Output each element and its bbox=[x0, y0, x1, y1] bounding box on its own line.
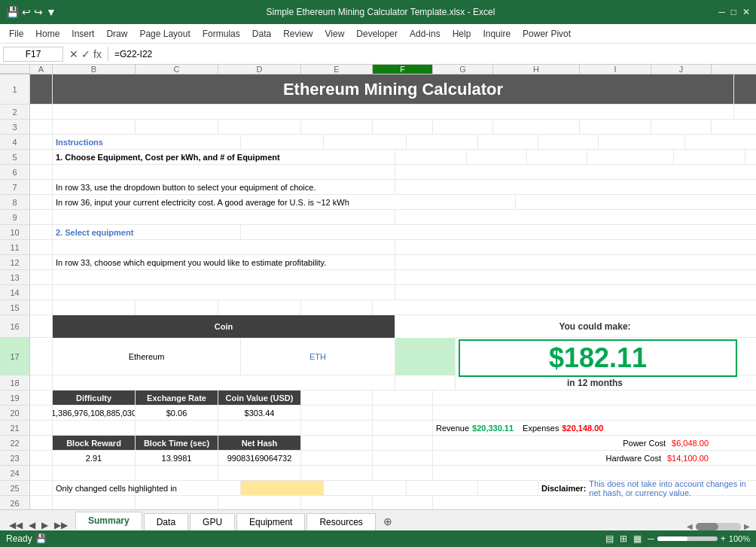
cell-coin-symbol[interactable]: ETH bbox=[241, 338, 395, 375]
cell-blockreward-header[interactable]: Block Reward bbox=[53, 436, 136, 450]
cell-f19[interactable] bbox=[373, 390, 433, 405]
col-header-b[interactable]: B bbox=[53, 65, 136, 74]
cell-b11-span[interactable] bbox=[53, 240, 395, 254]
menu-review[interactable]: Review bbox=[277, 27, 319, 41]
menu-data[interactable]: Data bbox=[246, 27, 277, 41]
cell-a16[interactable] bbox=[30, 315, 53, 337]
cell-exchange-header[interactable]: Exchange Rate bbox=[136, 390, 218, 405]
cell-coin-name[interactable]: Ethereum bbox=[53, 338, 241, 375]
minimize-btn[interactable]: ─ bbox=[718, 7, 725, 17]
cell-e25[interactable] bbox=[407, 481, 478, 495]
cell-e3[interactable] bbox=[301, 120, 373, 134]
cell-nethash-value[interactable]: 99083169064732 bbox=[218, 451, 301, 465]
cell-b5-step1[interactable]: 1. Choose Equipment, Cost per kWh, and #… bbox=[53, 150, 395, 164]
menu-help[interactable]: Help bbox=[447, 27, 477, 41]
cell-d4[interactable] bbox=[324, 135, 407, 149]
cell-e5[interactable] bbox=[395, 150, 467, 164]
cell-b1-span[interactable]: Ethereum Mining Calculator bbox=[53, 74, 734, 104]
cell-b21[interactable] bbox=[53, 421, 136, 435]
cell-d21[interactable] bbox=[218, 421, 301, 435]
cell-f26[interactable] bbox=[373, 496, 433, 509]
cell-f16[interactable] bbox=[395, 315, 456, 338]
tab-resources[interactable]: Resources bbox=[306, 513, 375, 530]
cell-a2[interactable] bbox=[30, 105, 53, 119]
cell-c26[interactable] bbox=[136, 496, 218, 509]
cell-j3[interactable] bbox=[651, 120, 712, 134]
cell-d15[interactable] bbox=[218, 300, 301, 315]
cell-a6[interactable] bbox=[30, 165, 53, 179]
cell-b12-step2a[interactable]: In row 33, choose which equipment you wo… bbox=[53, 255, 395, 269]
cell-d26[interactable] bbox=[218, 496, 301, 509]
tab-gpu[interactable]: GPU bbox=[190, 513, 235, 530]
menu-formulas[interactable]: Formulas bbox=[197, 27, 246, 41]
cell-nethash-header[interactable]: Net Hash bbox=[218, 436, 301, 450]
col-header-a[interactable]: A bbox=[30, 65, 53, 74]
cell-coin-header[interactable]: Coin bbox=[53, 315, 395, 338]
cell-c15[interactable] bbox=[136, 300, 218, 315]
cell-coinvalue-header[interactable]: Coin Value (USD) bbox=[218, 390, 301, 405]
cell-f24[interactable] bbox=[373, 466, 433, 480]
cell-a10[interactable] bbox=[30, 225, 53, 239]
cell-h5[interactable] bbox=[587, 150, 674, 164]
cell-e20[interactable] bbox=[301, 406, 373, 420]
col-header-d[interactable]: D bbox=[218, 65, 301, 74]
cell-b3[interactable] bbox=[53, 120, 136, 134]
tab-data[interactable]: Data bbox=[144, 513, 188, 530]
cell-f4[interactable] bbox=[478, 135, 538, 149]
maximize-btn[interactable]: □ bbox=[731, 7, 736, 17]
menu-developer[interactable]: Developer bbox=[350, 27, 404, 41]
cell-blockreward-value[interactable]: 2.91 bbox=[53, 451, 136, 465]
formula-input[interactable] bbox=[111, 49, 753, 59]
redo-icon[interactable]: ↪ bbox=[34, 6, 43, 18]
add-sheet-button[interactable]: ⊕ bbox=[377, 512, 398, 530]
cell-a19[interactable] bbox=[30, 390, 53, 405]
cell-a20[interactable] bbox=[30, 406, 53, 420]
cell-c24[interactable] bbox=[136, 466, 218, 480]
cell-a15[interactable] bbox=[30, 300, 53, 315]
cell-c4[interactable] bbox=[241, 135, 324, 149]
cell-j5[interactable] bbox=[745, 150, 756, 164]
cell-c25[interactable] bbox=[241, 481, 324, 495]
cell-a22[interactable] bbox=[30, 436, 53, 450]
cell-b9-span[interactable] bbox=[53, 210, 395, 224]
cell-a14[interactable] bbox=[30, 285, 53, 299]
cell-a24[interactable] bbox=[30, 466, 53, 480]
cell-b15[interactable] bbox=[53, 300, 136, 315]
title-bar-icons[interactable]: 💾 ↩ ↪ ▼ bbox=[6, 6, 56, 18]
zoom-slider[interactable] bbox=[657, 536, 718, 541]
cell-b2-span[interactable] bbox=[53, 105, 734, 119]
cell-difficulty-value[interactable]: 1,386,976,108,885,030 bbox=[53, 406, 136, 420]
cell-e24[interactable] bbox=[301, 466, 373, 480]
cell-e19[interactable] bbox=[301, 390, 373, 405]
cell-a21[interactable] bbox=[30, 421, 53, 435]
undo-icon[interactable]: ↩ bbox=[22, 6, 31, 18]
cell-f20[interactable] bbox=[373, 406, 433, 420]
cell-b6-span[interactable] bbox=[53, 165, 395, 179]
col-header-j[interactable]: J bbox=[651, 65, 712, 74]
zoom-out-icon[interactable]: ─ bbox=[648, 533, 654, 544]
cell-i3[interactable] bbox=[580, 120, 651, 134]
cell-a7[interactable] bbox=[30, 180, 53, 194]
cell-i4[interactable] bbox=[685, 135, 756, 149]
tab-summary[interactable]: Summary bbox=[75, 512, 142, 530]
cell-f23[interactable] bbox=[373, 451, 433, 465]
cell-a11[interactable] bbox=[30, 240, 53, 254]
cell-reference[interactable] bbox=[3, 47, 63, 62]
menu-home[interactable]: Home bbox=[29, 27, 66, 41]
cell-f22[interactable] bbox=[373, 436, 433, 450]
cell-b8-step1b[interactable]: In row 36, input your current electricit… bbox=[53, 195, 516, 209]
menu-draw[interactable]: Draw bbox=[100, 27, 133, 41]
menu-view[interactable]: View bbox=[319, 27, 351, 41]
cell-f18[interactable] bbox=[395, 375, 456, 390]
cell-d25[interactable] bbox=[324, 481, 407, 495]
cell-d3[interactable] bbox=[218, 120, 301, 134]
cell-f21[interactable] bbox=[373, 421, 433, 435]
cell-a18[interactable] bbox=[30, 375, 53, 390]
cell-b25-note[interactable]: Only changed cells highlighted in bbox=[53, 481, 241, 495]
cell-a4[interactable] bbox=[30, 135, 53, 149]
normal-view-icon[interactable]: ▤ bbox=[605, 533, 614, 544]
confirm-formula-icon[interactable]: ✓ bbox=[81, 48, 90, 60]
cell-b4-instructions[interactable]: Instructions bbox=[53, 135, 241, 149]
cell-f3[interactable] bbox=[373, 120, 433, 134]
cell-c21[interactable] bbox=[136, 421, 218, 435]
